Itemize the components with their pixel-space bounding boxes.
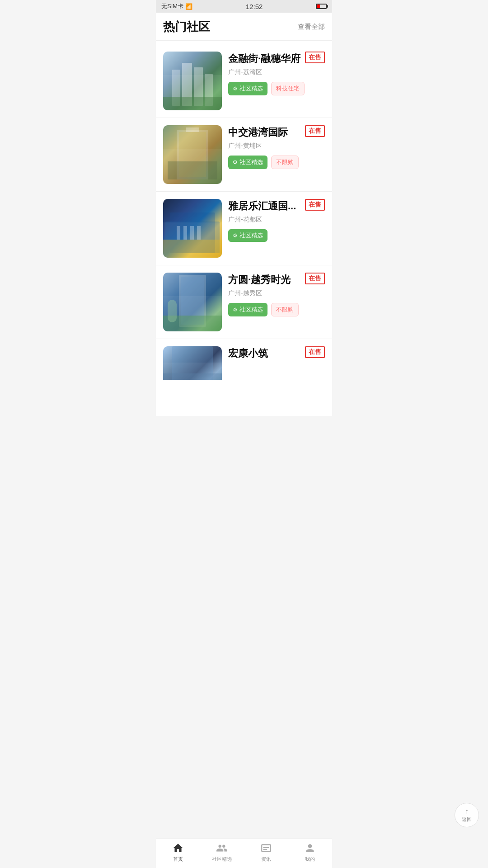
property-location: 广州-荔湾区 bbox=[228, 68, 325, 76]
wifi-icon: 📶 bbox=[185, 3, 192, 10]
nav-label-news: 资讯 bbox=[261, 856, 271, 863]
page-title: 热门社区 bbox=[163, 19, 210, 35]
tag-extra: 科技住宅 bbox=[271, 82, 305, 95]
svg-rect-10 bbox=[165, 222, 220, 253]
property-image bbox=[163, 346, 222, 380]
page-header: 热门社区 查看全部 bbox=[156, 13, 332, 41]
svg-rect-14 bbox=[183, 226, 187, 240]
svg-rect-4 bbox=[205, 74, 213, 106]
property-location: 广州-黄埔区 bbox=[228, 142, 325, 150]
property-list: 金融街·融穗华府 广州-荔湾区 ⚙ 社区精选 科技住宅 在售 中交港湾国际 bbox=[156, 41, 332, 416]
property-image bbox=[163, 125, 222, 184]
status-time: 12:52 bbox=[246, 3, 263, 10]
status-badge: 在售 bbox=[305, 125, 325, 137]
tag-featured: ⚙ 社区精选 bbox=[228, 303, 267, 316]
svg-rect-3 bbox=[194, 67, 203, 106]
battery-icon bbox=[316, 4, 327, 9]
gear-icon: ⚙ bbox=[233, 307, 238, 313]
svg-rect-15 bbox=[190, 226, 194, 240]
view-all-link[interactable]: 查看全部 bbox=[298, 23, 325, 31]
property-tags: ⚙ 社区精选 bbox=[228, 229, 325, 242]
property-image bbox=[163, 199, 222, 258]
person-icon bbox=[304, 842, 316, 854]
svg-rect-5 bbox=[163, 97, 222, 110]
gear-icon: ⚙ bbox=[233, 159, 238, 165]
svg-rect-12 bbox=[163, 240, 222, 258]
status-badge: 在售 bbox=[305, 199, 325, 211]
svg-rect-1 bbox=[172, 70, 180, 106]
gear-icon: ⚙ bbox=[233, 85, 238, 92]
property-image bbox=[163, 273, 222, 331]
svg-rect-20 bbox=[168, 300, 177, 322]
nav-label-community: 社区精选 bbox=[212, 856, 232, 863]
tag-featured: ⚙ 社区精选 bbox=[228, 82, 267, 95]
property-tags: ⚙ 社区精选 不限购 bbox=[228, 303, 325, 316]
svg-rect-19 bbox=[163, 316, 222, 331]
tag-featured: ⚙ 社区精选 bbox=[228, 156, 267, 169]
svg-rect-22 bbox=[163, 373, 222, 380]
status-bar: 无SIM卡 📶 12:52 bbox=[156, 0, 332, 13]
building-illustration bbox=[163, 199, 222, 258]
property-item[interactable]: 宏康小筑 在售 bbox=[156, 339, 332, 380]
nav-label-mine: 我的 bbox=[305, 856, 315, 863]
svg-rect-2 bbox=[182, 63, 192, 106]
nav-item-community[interactable]: 社区精选 bbox=[206, 842, 238, 863]
tag-extra: 不限购 bbox=[271, 303, 299, 316]
gear-icon: ⚙ bbox=[233, 232, 238, 239]
building-illustration bbox=[163, 273, 222, 331]
property-item[interactable]: 方圆·越秀时光 广州-越秀区 ⚙ 社区精选 不限购 在售 bbox=[156, 265, 332, 339]
nav-item-news[interactable]: 资讯 bbox=[250, 842, 282, 863]
svg-rect-9 bbox=[186, 127, 199, 132]
svg-rect-7 bbox=[179, 132, 206, 177]
community-icon bbox=[216, 842, 228, 854]
home-icon bbox=[172, 842, 184, 854]
building-illustration bbox=[163, 346, 222, 380]
property-item[interactable]: 金融街·融穗华府 广州-荔湾区 ⚙ 社区精选 科技住宅 在售 bbox=[156, 44, 332, 118]
news-icon bbox=[260, 842, 272, 854]
status-badge: 在售 bbox=[305, 273, 325, 284]
svg-rect-0 bbox=[163, 52, 222, 110]
property-item[interactable]: 雅居乐汇通国... 广州-花都区 ⚙ 社区精选 在售 bbox=[156, 192, 332, 265]
building-illustration bbox=[163, 52, 222, 110]
status-badge: 在售 bbox=[305, 346, 325, 358]
svg-rect-13 bbox=[177, 226, 180, 240]
status-battery bbox=[316, 4, 327, 9]
svg-rect-8 bbox=[168, 161, 217, 179]
nav-label-home: 首页 bbox=[173, 856, 183, 863]
building-illustration bbox=[163, 125, 222, 184]
property-item[interactable]: 中交港湾国际 广州-黄埔区 ⚙ 社区精选 不限购 在售 bbox=[156, 118, 332, 192]
property-location: 广州-花都区 bbox=[228, 216, 325, 224]
tag-featured: ⚙ 社区精选 bbox=[228, 229, 267, 242]
property-image bbox=[163, 52, 222, 110]
nav-item-mine[interactable]: 我的 bbox=[294, 842, 326, 863]
svg-rect-16 bbox=[197, 226, 201, 240]
property-location: 广州-越秀区 bbox=[228, 289, 325, 297]
svg-rect-11 bbox=[170, 212, 215, 253]
svg-rect-21 bbox=[172, 346, 213, 380]
status-badge: 在售 bbox=[305, 52, 325, 63]
tag-extra: 不限购 bbox=[271, 156, 299, 169]
svg-rect-18 bbox=[181, 277, 204, 325]
status-carrier: 无SIM卡 📶 bbox=[161, 2, 192, 10]
property-tags: ⚙ 社区精选 科技住宅 bbox=[228, 82, 325, 95]
nav-item-home[interactable]: 首页 bbox=[162, 842, 194, 863]
property-tags: ⚙ 社区精选 不限购 bbox=[228, 156, 325, 169]
bottom-navigation: 首页 社区精选 资讯 我的 bbox=[156, 838, 332, 868]
